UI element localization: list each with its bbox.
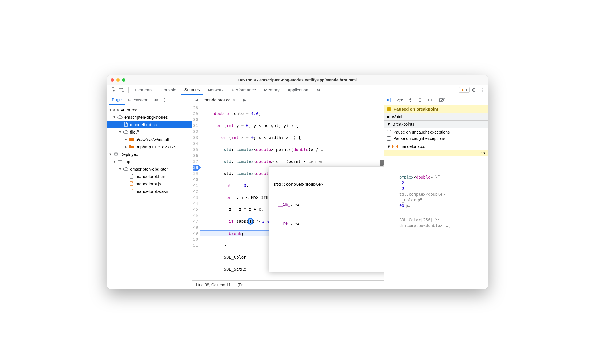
folder-icon [129, 138, 134, 141]
scope-var[interactable]: omplex<double> [384, 174, 488, 180]
issues-badge[interactable]: ▲ 1 [459, 87, 470, 93]
source-badge-icon: <> [392, 145, 398, 148]
hover-variable-z[interactable]: z [249, 219, 252, 224]
file-tab-mandelbrot[interactable]: mandelbrot.cc ✕ [202, 97, 237, 102]
brackets-icon: < > [113, 107, 119, 112]
paused-banner: i Paused on breakpoint [384, 105, 488, 113]
editor-status: Line 38, Column 11 (Fr [192, 280, 384, 289]
scope-var[interactable]: L_Color [384, 197, 488, 203]
checkbox[interactable] [387, 130, 391, 134]
breakpoint-line[interactable]: 38 [384, 150, 488, 156]
step-icon[interactable] [428, 98, 433, 102]
resume-icon[interactable] [386, 98, 391, 102]
debugger-toggle-icon[interactable]: ▶ [242, 97, 247, 103]
scope-list: omplex<double> -2 -2 td::complex<double>… [384, 173, 488, 230]
main-toolbar: Elements Console Sources Network Perform… [107, 85, 488, 95]
tooltip-type: std::complex<double> [269, 180, 384, 189]
tree-file-wasm[interactable]: mandelbrot.wasm [107, 187, 192, 195]
file-tab-label: mandelbrot.cc [203, 97, 230, 102]
tab-performance[interactable]: Performance [228, 85, 260, 95]
deactivate-breakpoints-icon[interactable] [439, 98, 445, 102]
info-icon: i [387, 107, 391, 111]
tree-deployed[interactable]: ▼Deployed [107, 150, 192, 158]
cube-icon [113, 152, 119, 156]
breakpoint-file[interactable]: ▼ <> mandelbrot.cc [384, 143, 488, 150]
tabs-overflow[interactable]: ≫ [313, 85, 324, 95]
tree-file-js[interactable]: mandelbrot.js [107, 180, 192, 187]
scope-var[interactable]: SDL_Color[256] [384, 217, 488, 223]
chevron-down-icon: ▼ [387, 122, 391, 126]
cursor-position: Line 38, Column 11 [196, 283, 231, 287]
breakpoints-body: Pause on uncaught exceptions Pause on ca… [384, 128, 488, 143]
step-out-icon[interactable] [418, 98, 422, 102]
divider [128, 87, 129, 93]
window-title: DevTools - emscripten-dbg-stories.netlif… [107, 78, 488, 82]
tree-domain-esds[interactable]: ▼emscripten-dbg-stories [107, 113, 192, 121]
frame-icon [117, 160, 123, 163]
line-gutter[interactable]: 2829303132333435363738394041424344454647… [192, 105, 200, 280]
svg-point-7 [399, 101, 400, 102]
scope-var[interactable]: 00 [384, 203, 488, 208]
code-editor[interactable]: 2829303132333435363738394041424344454647… [192, 105, 384, 280]
scope-var[interactable]: -2 [384, 186, 488, 191]
issues-count: 1 [466, 88, 468, 92]
close-tab-icon[interactable]: ✕ [232, 98, 235, 102]
device-toggle-icon[interactable] [118, 88, 125, 92]
tree-file-proto[interactable]: ▼file:// [107, 128, 192, 136]
code-content[interactable]: double scale = 4.0; for (int y = 0; y < … [200, 105, 384, 280]
zoom-window-button[interactable] [122, 78, 125, 82]
tree-authored[interactable]: ▼< >Authored [107, 106, 192, 113]
scope-var[interactable]: td::complex<double> [384, 191, 488, 197]
step-into-icon[interactable] [408, 98, 412, 102]
navigator-tab-page[interactable]: Page [109, 95, 125, 105]
section-breakpoints[interactable]: ▼Breakpoints [384, 120, 488, 128]
pause-caught-row[interactable]: Pause on caught exceptions [387, 135, 485, 142]
pause-uncaught-row[interactable]: Pause on uncaught exceptions [387, 129, 485, 135]
tab-sources[interactable]: Sources [181, 85, 203, 95]
tooltip-row: __re_: -2 [269, 220, 384, 227]
tree-file-html[interactable]: mandelbrot.html [107, 173, 192, 180]
svg-point-9 [419, 101, 421, 102]
minimize-window-button[interactable] [116, 78, 120, 82]
navigator-overflow[interactable]: ≫ [152, 97, 160, 103]
close-window-button[interactable] [111, 78, 114, 82]
tab-application[interactable]: Application [284, 85, 312, 95]
navigator-more-icon[interactable]: ⋮ [161, 97, 169, 103]
svg-point-10 [428, 99, 429, 101]
nav-toggle-icon[interactable]: ◀ [194, 97, 199, 103]
memory-chip-icon[interactable] [435, 175, 440, 179]
execution-marker [380, 160, 384, 166]
file-icon [129, 181, 134, 186]
file-icon [129, 174, 134, 179]
inspect-icon[interactable] [109, 87, 117, 93]
svg-point-3 [472, 89, 474, 91]
section-watch[interactable]: ▶Watch [384, 113, 488, 120]
tab-network[interactable]: Network [205, 85, 227, 95]
tab-memory[interactable]: Memory [261, 85, 283, 95]
file-tab-bar: ◀ mandelbrot.cc ✕ ▶ [192, 95, 384, 105]
memory-chip-icon[interactable] [418, 198, 423, 202]
tree-folder-tmp[interactable]: ▶tmp/tmp.ELcTq2YGN [107, 143, 192, 150]
tab-console[interactable]: Console [157, 85, 180, 95]
tree-domain-esds2[interactable]: ▼emscripten-dbg-stor [107, 165, 192, 173]
scope-var[interactable]: -2 [384, 180, 488, 186]
tab-elements[interactable]: Elements [131, 85, 156, 95]
navigator-tab-filesystem[interactable]: Filesystem [125, 95, 151, 105]
settings-icon[interactable] [471, 87, 478, 93]
step-over-icon[interactable] [397, 98, 403, 102]
tree-file-mandelbrot-cc[interactable]: mandelbrot.cc [107, 121, 192, 128]
tree-top[interactable]: ▼top [107, 158, 192, 165]
memory-chip-icon[interactable] [445, 224, 450, 228]
checkbox[interactable] [387, 136, 391, 141]
memory-chip-icon[interactable] [406, 204, 411, 208]
breakpoint-marker[interactable]: 38 [193, 165, 198, 171]
tooltip-row: __im_: -2 [269, 201, 384, 208]
more-icon[interactable]: ⋮ [479, 87, 486, 93]
file-tree[interactable]: ▼< >Authored ▼emscripten-dbg-stories man… [107, 105, 192, 289]
scope-var[interactable]: d::complex<double> [384, 223, 488, 228]
navigator-panel: Page Filesystem ≫ ⋮ ▼< >Authored ▼emscri… [107, 95, 192, 289]
memory-chip-icon[interactable] [435, 218, 440, 222]
navigator-tabs: Page Filesystem ≫ ⋮ [107, 95, 192, 105]
titlebar: DevTools - emscripten-dbg-stories.netlif… [107, 75, 488, 85]
tree-folder-bsw[interactable]: ▶b/s/w/ir/x/w/install [107, 136, 192, 143]
